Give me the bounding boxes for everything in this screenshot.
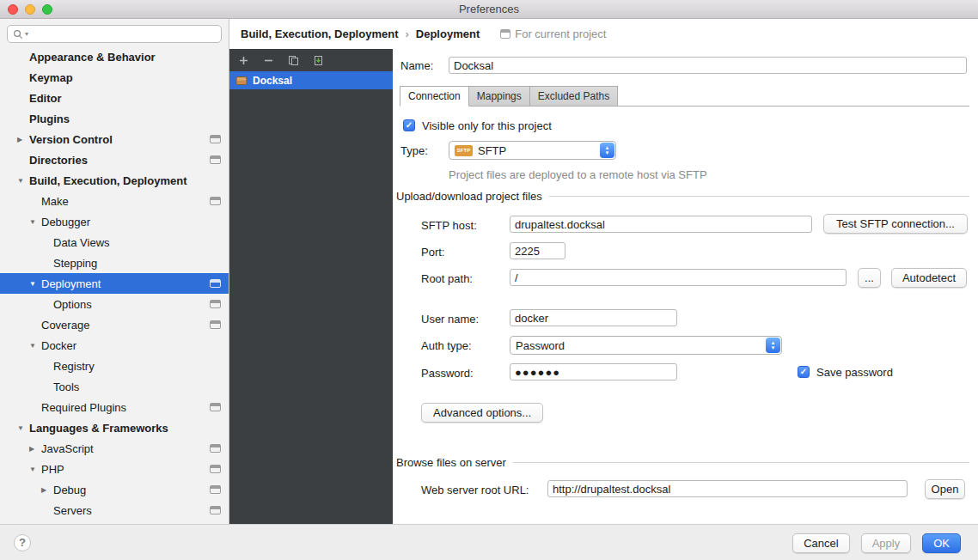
auth-type-select[interactable]: Password ▲▼ (510, 336, 782, 355)
chevron-right-icon[interactable]: ▶ (41, 486, 53, 494)
cancel-button[interactable]: Cancel (792, 533, 849, 553)
visible-only-checkbox[interactable]: ✓ Visible only for this project (403, 119, 552, 132)
save-password-checkbox[interactable]: ✓ Save password (798, 365, 893, 379)
server-item-label: Docksal (253, 75, 292, 87)
root-path-input[interactable] (510, 269, 847, 286)
sidebar-item-required-plugins[interactable]: Required Plugins (0, 397, 229, 417)
sidebar-item-stepping[interactable]: Stepping (0, 253, 229, 273)
open-url-button[interactable]: Open (925, 479, 965, 499)
close-window-button[interactable] (8, 4, 18, 15)
ok-button[interactable]: OK (922, 533, 961, 553)
sidebar-item-debug[interactable]: ▶Debug (0, 479, 229, 500)
autodetect-button[interactable]: Autodetect (891, 268, 967, 288)
tab-mappings[interactable]: Mappings (468, 86, 530, 107)
sidebar-item-data-views[interactable]: Data Views (0, 232, 229, 253)
sidebar-item-javascript[interactable]: ▶JavaScript (0, 438, 229, 459)
sidebar-item-appearance-behavior[interactable]: Appearance & Behavior (0, 46, 229, 67)
tab-excluded-paths[interactable]: Excluded Paths (529, 86, 618, 107)
chevron-down-icon[interactable]: ▼ (29, 218, 41, 226)
type-select[interactable]: SFTP SFTP ▲▼ (449, 141, 616, 160)
sidebar-item-make[interactable]: Make (0, 191, 229, 211)
apply-button[interactable]: Apply (861, 533, 912, 553)
type-help-text: Project files are deployed to a remote h… (449, 168, 707, 181)
chevron-down-icon[interactable]: ▼ (17, 177, 29, 185)
sidebar-item-label: Editor (29, 92, 62, 105)
remove-server-button[interactable] (262, 54, 274, 66)
sidebar-item-options[interactable]: Options (0, 294, 229, 314)
password-input[interactable] (510, 363, 677, 380)
sidebar-item-registry[interactable]: Registry (0, 356, 229, 376)
window-controls (8, 4, 52, 15)
copy-server-button[interactable] (287, 54, 299, 66)
dialog-footer: ? Cancel Apply OK (0, 524, 978, 560)
sidebar-item-label: Servers (53, 504, 92, 517)
checkbox-checked-icon: ✓ (798, 366, 810, 378)
browse-root-path-button[interactable]: ... (858, 268, 881, 288)
project-settings-icon (210, 279, 221, 288)
breadcrumb: Build, Execution, Deployment › Deploymen… (229, 19, 978, 49)
title-bar: Preferences (0, 0, 978, 19)
port-input[interactable] (510, 242, 565, 259)
advanced-options-button[interactable]: Advanced options... (421, 403, 543, 423)
settings-search-input[interactable]: ▾ (7, 25, 222, 43)
sidebar-item-label: Stepping (53, 257, 97, 270)
sidebar-item-tools[interactable]: Tools (0, 376, 229, 397)
project-settings-icon (210, 197, 221, 205)
sidebar-item-servers[interactable]: Servers (0, 500, 229, 520)
sftp-host-label: SFTP host: (421, 219, 477, 232)
name-input[interactable] (449, 57, 967, 74)
sidebar-item-label: Options (53, 298, 92, 311)
add-server-button[interactable] (237, 54, 249, 66)
checkbox-checked-icon: ✓ (403, 119, 415, 131)
sidebar-item-docker[interactable]: ▼Docker (0, 335, 229, 356)
zoom-window-button[interactable] (42, 4, 52, 15)
breadcrumb-section[interactable]: Build, Execution, Deployment (241, 27, 398, 40)
visible-only-label: Visible only for this project (422, 119, 552, 132)
server-item-docksal[interactable]: Docksal (229, 71, 393, 89)
password-label: Password: (421, 367, 474, 380)
sidebar-item-debugger[interactable]: ▼Debugger (0, 211, 229, 232)
minimize-window-button[interactable] (25, 4, 35, 15)
current-project-icon (500, 29, 510, 39)
chevron-down-icon[interactable]: ▼ (29, 342, 41, 350)
sidebar-item-label: Coverage (41, 319, 89, 332)
settings-sidebar: ▾ Appearance & BehaviorKeymapEditorPlugi… (0, 19, 229, 524)
sidebar-item-directories[interactable]: Directories (0, 149, 229, 170)
sidebar-item-languages-frameworks[interactable]: ▼Languages & Frameworks (0, 417, 229, 438)
sidebar-item-editor[interactable]: Editor (0, 88, 229, 108)
chevron-down-icon[interactable]: ▼ (29, 466, 41, 473)
web-server-root-url-input[interactable] (547, 480, 908, 497)
import-server-button[interactable] (312, 54, 324, 66)
deployment-server-icon (235, 76, 248, 86)
window-title: Preferences (0, 0, 978, 18)
sidebar-item-label: Languages & Frameworks (29, 422, 168, 435)
server-list: Docksal (229, 71, 393, 89)
root-path-label: Root path: (421, 272, 473, 285)
auth-type-value: Password (516, 339, 565, 352)
sidebar-item-keymap[interactable]: Keymap (0, 67, 229, 88)
sidebar-item-label: Keymap (29, 71, 73, 84)
user-name-input[interactable] (510, 309, 677, 326)
sidebar-item-plugins[interactable]: Plugins (0, 108, 229, 129)
sidebar-item-label: PHP (41, 463, 64, 476)
sidebar-item-deployment[interactable]: ▼Deployment (0, 273, 229, 294)
chevron-right-icon[interactable]: ▶ (29, 445, 41, 453)
search-icon (13, 29, 23, 40)
settings-content: Build, Execution, Deployment › Deploymen… (229, 19, 978, 524)
web-server-root-url-label: Web server root URL: (421, 484, 529, 496)
help-button[interactable]: ? (14, 534, 31, 551)
breadcrumb-separator-icon: › (405, 27, 408, 40)
sidebar-item-version-control[interactable]: ▶Version Control (0, 129, 229, 149)
sidebar-item-build-execution-deployment[interactable]: ▼Build, Execution, Deployment (0, 170, 229, 191)
sidebar-item-label: Debugger (41, 216, 90, 228)
chevron-right-icon[interactable]: ▶ (17, 136, 29, 143)
chevron-down-icon[interactable]: ▼ (29, 280, 41, 288)
test-sftp-connection-button[interactable]: Test SFTP connection... (823, 214, 968, 234)
scope-indicator: For current project (500, 27, 606, 40)
sidebar-item-coverage[interactable]: Coverage (0, 314, 229, 335)
chevron-down-icon[interactable]: ▼ (17, 424, 29, 432)
tab-connection[interactable]: Connection (400, 86, 469, 107)
search-options-caret-icon[interactable]: ▾ (25, 30, 28, 38)
sidebar-item-php[interactable]: ▼PHP (0, 459, 229, 479)
sftp-host-input[interactable] (510, 216, 812, 233)
